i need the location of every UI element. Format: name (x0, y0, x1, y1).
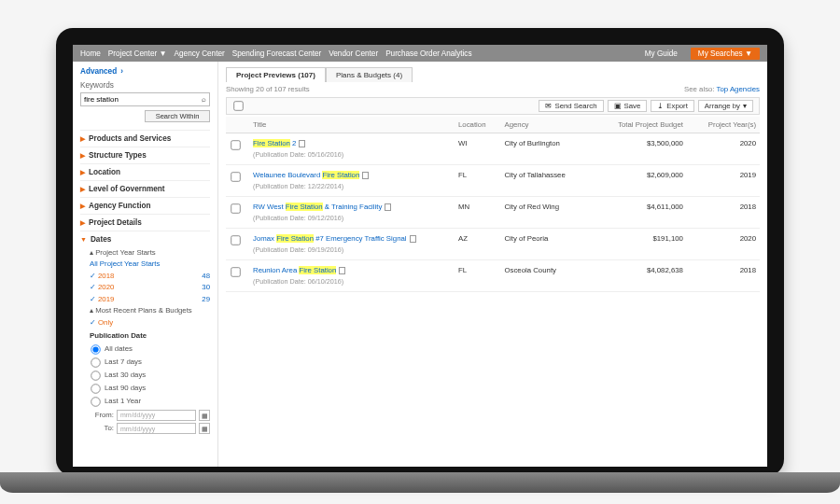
chevron-right-icon: › (120, 67, 123, 76)
tab-plans-budgets[interactable]: Plans & Budgets (4) (326, 67, 413, 82)
facet-agency-func[interactable]: ▶Agency Function (80, 197, 210, 214)
caret-down-icon: ▼ (80, 236, 87, 243)
project-link[interactable]: Jomax Fire Station #7 Emergency Traffic … (253, 234, 407, 243)
cell-agency: City of Red Wing (500, 197, 591, 229)
all-pys-link[interactable]: All Project Year Starts (90, 259, 210, 270)
row-checkbox[interactable] (231, 140, 240, 149)
nav-po-analytics[interactable]: Purchase Order Analytics (385, 49, 471, 58)
publication-date: (Publication Date: 09/19/2016) (253, 245, 451, 254)
send-search-button[interactable]: ✉Send Search (539, 100, 603, 112)
cell-budget: $4,611,000 (591, 197, 687, 229)
facet-gov-level[interactable]: ▶Level of Government (80, 180, 210, 197)
calendar-icon[interactable]: ▦ (199, 410, 210, 421)
pys-label[interactable]: ▴ Project Year Starts (90, 247, 210, 259)
radio-all-dates[interactable]: All dates (90, 343, 210, 356)
facet-location[interactable]: ▶Location (80, 163, 210, 180)
facet-location-label: Location (89, 168, 120, 176)
nav-spending-forecast[interactable]: Spending Forecast Center (232, 49, 322, 58)
mrpb-only[interactable]: Only (90, 317, 210, 329)
caret-right-icon: ▶ (80, 152, 85, 160)
publication-date: (Publication Date: 09/12/2016) (253, 214, 451, 222)
document-icon[interactable] (410, 235, 416, 243)
search-within-button[interactable]: Search Within (145, 110, 210, 122)
results-count: Showing 20 of 107 results (226, 85, 310, 93)
cell-agency: City of Tallahassee (500, 165, 591, 197)
top-agencies-link[interactable]: Top Agencies (717, 85, 760, 93)
export-button[interactable]: ⤓Export (651, 100, 694, 112)
advanced-link[interactable]: Advanced › (80, 67, 210, 76)
table-row: Reunion Area Fire Station(Publication Da… (226, 260, 760, 292)
radio-90d[interactable]: Last 90 days (90, 383, 210, 395)
col-location[interactable]: Location (455, 117, 500, 133)
caret-right-icon: ▶ (80, 169, 85, 176)
row-checkbox[interactable] (231, 267, 240, 276)
search-icon[interactable]: ⌕ (202, 95, 206, 104)
nav-vendor-center[interactable]: Vendor Center (329, 49, 378, 58)
filter-sidebar: Advanced › Keywords ⌕ Search Within ▶Pro… (73, 62, 218, 467)
tab-project-previews[interactable]: Project Previews (107) (226, 67, 326, 82)
facet-products[interactable]: ▶Products and Services (80, 130, 210, 147)
nav-project-center[interactable]: Project Center ▼ (108, 49, 167, 58)
mrpb-label[interactable]: ▴ Most Recent Plans & Budgets (90, 305, 210, 316)
cell-location: MN (455, 197, 500, 229)
pys-2019[interactable]: 201929 (90, 294, 210, 305)
facet-dates-label: Dates (91, 235, 111, 244)
cell-budget: $3,500,000 (591, 133, 687, 165)
cell-agency: City of Peoria (500, 229, 591, 260)
document-icon[interactable] (299, 140, 305, 147)
pys-2020[interactable]: 202030 (90, 282, 210, 293)
caret-right-icon: ▶ (80, 203, 85, 210)
nav-agency-center[interactable]: Agency Center (175, 49, 225, 58)
caret-right-icon: ▶ (80, 219, 85, 227)
results-table: Title Location Agency Total Project Budg… (226, 117, 760, 292)
col-year[interactable]: Project Year(s) (687, 117, 760, 133)
save-icon: ▣ (614, 102, 622, 110)
document-icon[interactable] (362, 172, 369, 179)
facet-agency-func-label: Agency Function (89, 202, 150, 210)
facet-project-details[interactable]: ▶Project Details (80, 214, 210, 231)
nav-my-searches[interactable]: My Searches ▼ (691, 48, 760, 60)
facet-structure-label: Structure Types (89, 151, 147, 160)
nav-my-searches-label: My Searches ▼ (698, 49, 752, 58)
nav-my-guide[interactable]: My Guide (645, 49, 678, 58)
nav-home[interactable]: Home (80, 49, 101, 58)
project-link[interactable]: Welaunee Boulevard Fire Station (253, 171, 359, 179)
top-navbar: Home Project Center ▼ Agency Center Spen… (73, 45, 767, 62)
project-link[interactable]: Reunion Area Fire Station (253, 266, 336, 274)
project-link[interactable]: RW West Fire Station & Training Facility (253, 203, 382, 211)
facet-dates[interactable]: ▼Dates (80, 231, 210, 247)
row-checkbox[interactable] (231, 172, 240, 181)
row-checkbox[interactable] (231, 235, 240, 245)
laptop-frame: Home Project Center ▼ Agency Center Spen… (56, 28, 784, 476)
arrange-by-dropdown[interactable]: Arrange by ▾ (698, 100, 753, 112)
facet-structure[interactable]: ▶Structure Types (80, 147, 210, 163)
results-toolbar: ✉Send Search ▣Save ⤓Export Arrange by ▾ (226, 97, 760, 115)
document-icon[interactable] (385, 203, 391, 211)
pys-2018[interactable]: 201848 (90, 271, 210, 282)
publication-date: (Publication Date: 12/22/2014) (253, 182, 451, 190)
col-agency[interactable]: Agency (500, 117, 591, 133)
col-budget[interactable]: Total Project Budget (591, 117, 687, 133)
cell-year: 2019 (687, 165, 760, 197)
date-from-row: From: mm/dd/yyyy ▦ (90, 410, 210, 421)
cell-year: 2018 (687, 197, 760, 229)
document-icon[interactable] (339, 267, 345, 274)
col-title[interactable]: Title (249, 117, 455, 133)
save-button[interactable]: ▣Save (608, 100, 648, 112)
keywords-input[interactable] (84, 95, 177, 104)
project-link[interactable]: Fire Station 2 (253, 139, 296, 147)
calendar-icon[interactable]: ▦ (199, 423, 210, 434)
cell-budget: $2,609,000 (591, 165, 687, 197)
advanced-link-label: Advanced (80, 67, 117, 76)
cell-budget: $191,100 (591, 229, 687, 260)
radio-30d[interactable]: Last 30 days (90, 370, 210, 382)
radio-7d[interactable]: Last 7 days (90, 357, 210, 369)
date-from-input[interactable]: mm/dd/yyyy (117, 410, 196, 421)
keywords-field-wrap[interactable]: ⌕ (80, 92, 210, 106)
select-all-checkbox[interactable] (233, 101, 243, 110)
pubdate-label: Publication Date (90, 330, 210, 342)
cell-year: 2020 (687, 229, 760, 260)
row-checkbox[interactable] (231, 203, 240, 213)
date-to-input[interactable]: mm/dd/yyyy (117, 423, 196, 434)
radio-1y[interactable]: Last 1 Year (90, 396, 210, 408)
